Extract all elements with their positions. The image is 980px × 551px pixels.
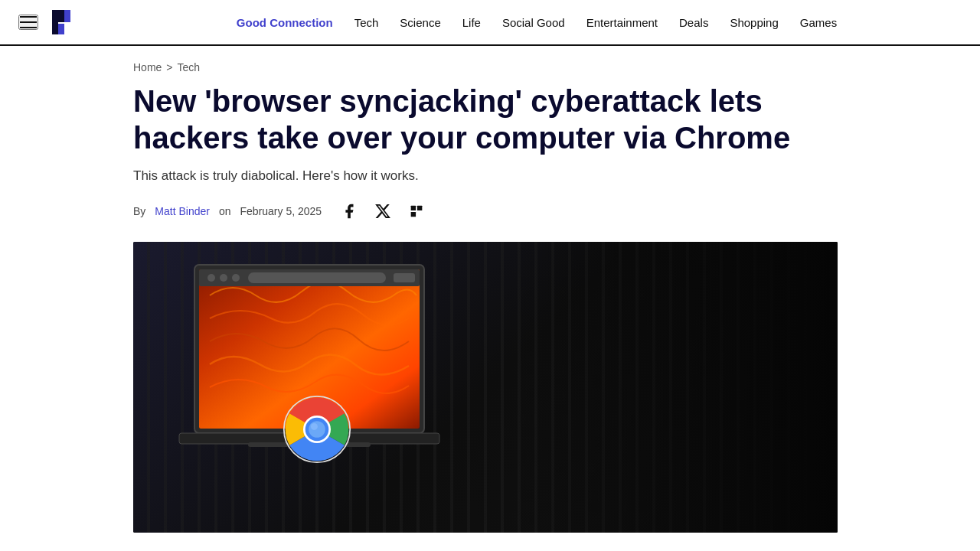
svg-rect-15 [248, 272, 386, 283]
site-header: Good Connection Tech Science Life Social… [0, 0, 980, 46]
article-meta: By Matt Binder on February 5, 2025 [133, 199, 847, 223]
svg-point-23 [311, 423, 318, 430]
svg-point-22 [309, 421, 325, 438]
article-date: February 5, 2025 [240, 205, 322, 217]
svg-rect-4 [411, 206, 416, 210]
main-nav: Good Connection Tech Science Life Social… [112, 16, 962, 29]
nav-item-social-good[interactable]: Social Good [502, 16, 565, 29]
site-logo[interactable] [51, 7, 81, 37]
svg-rect-0 [52, 10, 58, 34]
nav-item-games[interactable]: Games [800, 16, 837, 29]
breadcrumb: Home > Tech [0, 46, 980, 83]
article-subtitle: This attack is truly diabolical. Here's … [133, 168, 669, 184]
nav-item-life[interactable]: Life [462, 16, 481, 29]
laptop-illustration [172, 257, 478, 517]
svg-point-12 [207, 274, 215, 282]
share-icons [337, 199, 429, 223]
author-link[interactable]: Matt Binder [155, 205, 210, 217]
facebook-share-button[interactable] [337, 199, 361, 223]
svg-rect-5 [411, 212, 416, 217]
nav-item-entertainment[interactable]: Entertainment [586, 16, 658, 29]
article-title: New 'browser syncjacking' cyberattack le… [133, 83, 822, 156]
nav-item-deals[interactable]: Deals [679, 16, 708, 29]
hero-image [133, 242, 838, 533]
breadcrumb-current: Tech [178, 61, 201, 73]
date-prefix: on [219, 205, 231, 217]
article-container: New 'browser syncjacking' cyberattack le… [0, 83, 980, 533]
twitter-share-button[interactable] [371, 199, 395, 223]
breadcrumb-home[interactable]: Home [133, 61, 162, 73]
svg-rect-1 [58, 10, 64, 22]
chrome-logo [283, 395, 351, 464]
flipboard-share-button[interactable] [404, 199, 429, 223]
by-label: By [133, 205, 145, 217]
hamburger-button[interactable] [18, 15, 38, 30]
breadcrumb-separator: > [166, 61, 172, 73]
nav-item-science[interactable]: Science [400, 16, 440, 29]
svg-rect-16 [394, 273, 415, 282]
nav-item-tech[interactable]: Tech [354, 16, 379, 29]
svg-point-14 [232, 274, 240, 282]
svg-rect-6 [417, 206, 422, 210]
nav-item-good-connection[interactable]: Good Connection [237, 16, 333, 29]
svg-rect-2 [58, 24, 64, 34]
svg-point-13 [220, 274, 227, 282]
nav-item-shopping[interactable]: Shopping [730, 16, 778, 29]
svg-rect-3 [64, 10, 70, 22]
